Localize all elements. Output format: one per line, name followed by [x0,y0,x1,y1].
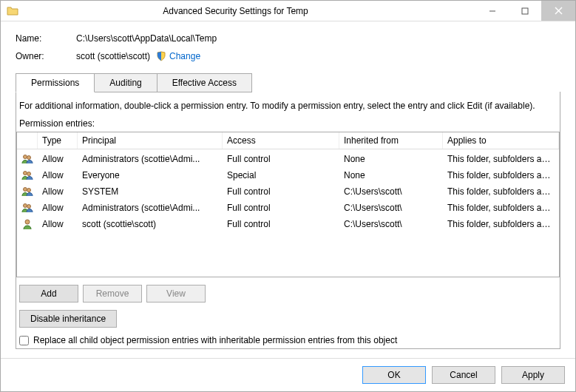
remove-button[interactable]: Remove [83,285,142,303]
cell-principal: SYSTEM [78,186,223,197]
owner-value: scott (scottie\scott) [76,51,150,61]
cell-access: Special [223,169,339,181]
disable-inheritance-button[interactable]: Disable inheritance [19,310,117,328]
footer: OK Cancel Apply [1,358,575,391]
window: Advanced Security Settings for Temp Name… [0,0,576,392]
cell-inherited: C:\Users\scott\ [339,186,443,197]
cell-principal: Administrators (scottie\Admi... [78,153,223,165]
svg-point-11 [27,205,31,209]
svg-point-10 [24,204,27,208]
svg-point-5 [27,156,31,160]
svg-point-9 [27,189,31,192]
cell-type: Allow [38,186,78,197]
svg-point-7 [27,172,31,176]
tab-permissions[interactable]: Permissions [16,73,95,92]
info-text: For additional information, double-click… [16,101,560,118]
content-area: Name: C:\Users\scott\AppData\Local\Temp … [1,21,575,358]
replace-checkbox-row: Replace all child object permission entr… [16,335,560,345]
ok-button[interactable]: OK [362,366,426,384]
table-row[interactable]: AllowAdministrators (scottie\Admi...Full… [17,151,559,167]
cell-access: Full control [223,186,339,197]
cell-access: Full control [223,153,339,165]
tab-effective-access[interactable]: Effective Access [157,73,252,92]
cell-principal: Everyone [78,169,223,181]
tab-auditing[interactable]: Auditing [94,73,157,92]
cell-applies: This folder, subfolders and files [443,186,559,197]
cell-applies: This folder, subfolders and files [443,169,559,181]
principal-icon [17,185,38,198]
table-row[interactable]: Allowscott (scottie\scott)Full controlC:… [17,216,559,232]
table-row[interactable]: AllowSYSTEMFull controlC:\Users\scott\Th… [17,183,559,200]
owner-label: Owner: [16,51,76,61]
entry-buttons: Add Remove View [16,285,560,303]
cell-principal: scott (scottie\scott) [78,218,223,230]
header-inherited[interactable]: Inherited from [339,132,443,149]
principal-icon [17,152,38,166]
folder-icon [7,5,18,17]
header-principal[interactable]: Principal [78,132,223,149]
svg-rect-1 [522,8,528,14]
close-button[interactable] [541,1,575,21]
maximize-button[interactable] [509,1,541,21]
table-header: Type Principal Access Inherited from App… [17,132,559,149]
cell-inherited: None [339,153,443,165]
change-owner-link[interactable]: Change [156,51,200,61]
cell-applies: This folder, subfolders and files [443,153,559,165]
owner-row: Owner: scott (scottie\scott) Change [16,51,560,61]
replace-checkbox-label: Replace all child object permission entr… [33,335,397,345]
shield-icon [156,51,166,61]
principal-icon [17,201,38,214]
principal-icon [17,169,38,182]
apply-button[interactable]: Apply [501,366,565,384]
cell-inherited: C:\Users\scott\ [339,218,443,230]
svg-point-6 [24,172,27,175]
view-button[interactable]: View [146,285,206,303]
cell-type: Allow [38,218,78,230]
svg-point-12 [25,220,30,224]
table-body: AllowAdministrators (scottie\Admi...Full… [17,149,559,277]
name-row: Name: C:\Users\scott\AppData\Local\Temp [16,33,560,44]
cell-type: Allow [38,202,78,214]
header-icon [17,132,38,149]
add-button[interactable]: Add [19,285,78,303]
svg-point-4 [24,155,27,159]
inheritance-buttons: Disable inheritance [16,310,560,328]
cell-inherited: C:\Users\scott\ [339,202,443,214]
table-row[interactable]: AllowAdministrators (scottie\Admi...Full… [17,200,559,216]
cell-applies: This folder, subfolders and files [443,202,559,214]
window-title: Advanced Security Settings for Temp [24,6,476,16]
header-type[interactable]: Type [38,132,78,149]
tab-body: For additional information, double-click… [16,92,560,349]
cell-access: Full control [223,218,339,230]
cell-access: Full control [223,202,339,214]
cell-inherited: None [339,169,443,181]
name-value: C:\Users\scott\AppData\Local\Temp [76,33,217,44]
cancel-button[interactable]: Cancel [432,366,495,384]
minimize-button[interactable] [476,1,509,21]
replace-checkbox[interactable] [19,336,29,345]
window-controls [476,1,575,21]
change-label: Change [169,51,200,61]
titlebar: Advanced Security Settings for Temp [1,1,575,21]
permission-entries-label: Permission entries: [16,118,560,132]
cell-applies: This folder, subfolders and files [443,218,559,230]
cell-type: Allow [38,153,78,165]
header-applies[interactable]: Applies to [443,132,559,149]
cell-type: Allow [38,169,78,181]
tabs: Permissions Auditing Effective Access [16,73,560,92]
header-access[interactable]: Access [223,132,339,149]
name-label: Name: [16,33,76,44]
permission-table: Type Principal Access Inherited from App… [16,132,560,277]
svg-point-8 [24,188,27,192]
principal-icon [17,217,38,231]
cell-principal: Administrators (scottie\Admi... [78,202,223,214]
table-row[interactable]: AllowEveryoneSpecialNoneThis folder, sub… [17,167,559,183]
